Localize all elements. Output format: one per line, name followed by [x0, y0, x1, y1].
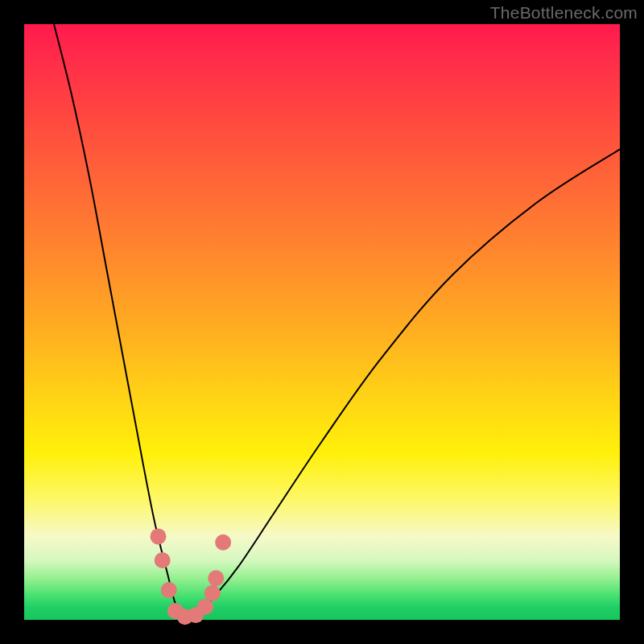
curve-layer: [24, 24, 620, 620]
plot-area: [24, 24, 620, 620]
right-branch-curve: [185, 149, 620, 620]
data-marker: [155, 552, 171, 568]
data-marker: [151, 528, 167, 544]
left-branch-curve: [54, 24, 185, 620]
data-marker: [197, 599, 213, 615]
watermark-text: TheBottleneck.com: [490, 3, 638, 23]
data-marker: [208, 570, 224, 586]
data-marker: [215, 535, 231, 551]
data-marker: [161, 582, 177, 598]
marker-group: [151, 528, 232, 625]
chart-canvas: TheBottleneck.com: [0, 0, 644, 644]
data-marker: [204, 585, 221, 601]
